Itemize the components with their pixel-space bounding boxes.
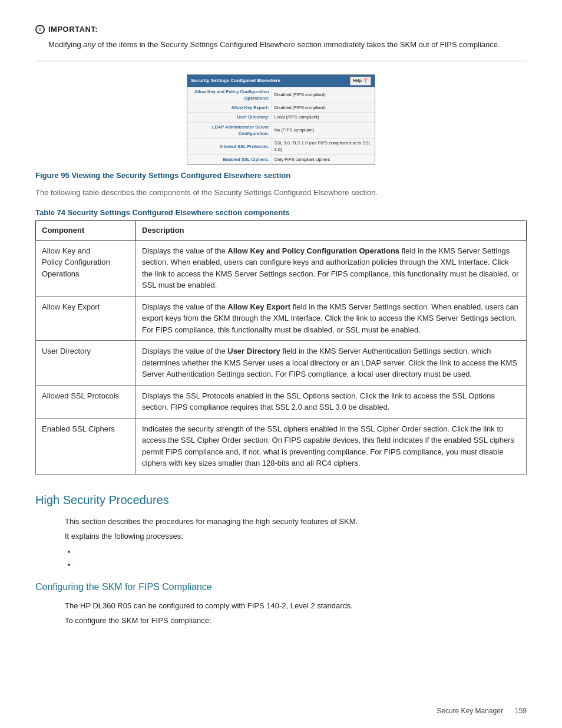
high-security-body: This section describes the procedures fo… (35, 516, 527, 571)
list-item[interactable] (77, 559, 527, 571)
screenshot-cell-value: Disabled (FIPS compliant) (272, 87, 375, 103)
col-description: Description (136, 221, 527, 241)
description-cell: Displays the value of the Allow Key and … (136, 240, 527, 296)
table-heading: Table 74 Security Settings Configured El… (35, 207, 527, 219)
high-security-links (77, 546, 527, 571)
component-cell: Allow Key Export (36, 296, 136, 341)
screenshot-cell-value: SSL 3.0, TLS 1.0 (not FIPS compliant due… (272, 139, 375, 155)
screenshot-cell-label: User Directory: (187, 113, 272, 122)
screenshot-header: Security Settings Configured Elsewhere H… (187, 75, 375, 87)
high-security-intro1: This section describes the procedures fo… (65, 516, 527, 528)
screenshot-cell-label: Allowed SSL Protocols: (187, 139, 272, 155)
screenshot-cell-label: Allow Key Export: (187, 103, 272, 113)
important-header: i IMPORTANT: (35, 24, 527, 35)
screenshot-table: Allow Key and Policy Configuration Opera… (187, 87, 375, 164)
important-text-suffix: of the items in the Security Settings Co… (95, 40, 500, 49)
description-cell: Displays the SSL Protocols enabled in th… (136, 385, 527, 418)
fips-section-body: The HP DL360 R05 can be configured to co… (35, 600, 527, 627)
col-component: Component (36, 221, 136, 241)
screenshot-cell-value: No (FIPS compliant) (272, 122, 375, 139)
important-label: IMPORTANT: (48, 24, 98, 35)
important-text-italic: any (83, 40, 95, 49)
screenshot-row: Allow Key and Policy Configuration Opera… (187, 87, 375, 103)
main-table: Component Description Allow Key andPolic… (35, 220, 527, 475)
screenshot-row: User Directory:Local (FIPS compliant) (187, 113, 375, 122)
important-body: Modifying any of the items in the Securi… (35, 39, 527, 51)
component-cell: Allowed SSL Protocols (36, 385, 136, 418)
fips-section-heading: Configuring the SKM for FIPS Compliance (35, 580, 527, 594)
important-section: i IMPORTANT: Modifying any of the items … (35, 24, 527, 61)
screenshot-help: Help ❓ (350, 77, 371, 85)
figure-caption: Figure 95 Viewing the Security Settings … (35, 170, 527, 182)
list-item[interactable] (77, 546, 527, 558)
important-text-prefix: Modifying (48, 40, 83, 49)
info-icon: i (35, 25, 45, 34)
description-cell: Indicates the security strength of the S… (136, 418, 527, 474)
component-cell: Allow Key andPolicy ConfigurationOperati… (36, 240, 136, 296)
fips-body1: The HP DL360 R05 can be configured to co… (65, 600, 527, 612)
screenshot-cell-label: Allow Key and Policy Configuration Opera… (187, 87, 272, 103)
screenshot-row: Allow Key Export:Disabled (FIPS complian… (187, 103, 375, 113)
table-row: Enabled SSL CiphersIndicates the securit… (36, 418, 527, 474)
figure-description: The following table describes the compon… (35, 187, 527, 199)
high-security-heading: High Security Procedures (35, 491, 527, 509)
screenshot-row: Enabled SSL Ciphers:Only FIPS compliant … (187, 154, 375, 164)
table-row: User DirectoryDisplays the value of the … (36, 341, 527, 386)
screenshot-cell-label: LDAP Administrator Server Configuration: (187, 122, 272, 139)
high-security-intro2: It explains the following processes: (65, 531, 527, 542)
description-cell: Displays the value of the User Directory… (136, 341, 527, 386)
description-cell: Displays the value of the Allow Key Expo… (136, 296, 527, 341)
screenshot-title: Security Settings Configured Elsewhere (191, 77, 280, 84)
component-cell: Enabled SSL Ciphers (36, 418, 136, 474)
screenshot-cell-label: Enabled SSL Ciphers: (187, 154, 272, 164)
screenshot-container: Security Settings Configured Elsewhere H… (35, 74, 527, 165)
table-row: Allow Key andPolicy ConfigurationOperati… (36, 240, 527, 296)
component-cell: User Directory (36, 341, 136, 386)
screenshot-cell-value: Disabled (FIPS compliant) (272, 103, 375, 113)
fips-body2: To configure the SKM for FIPS compliance… (65, 615, 527, 627)
table-row: Allow Key ExportDisplays the value of th… (36, 296, 527, 341)
table-row: Allowed SSL ProtocolsDisplays the SSL Pr… (36, 385, 527, 418)
screenshot-row: Allowed SSL Protocols:SSL 3.0, TLS 1.0 (… (187, 139, 375, 155)
screenshot-box: Security Settings Configured Elsewhere H… (187, 74, 375, 165)
screenshot-row: LDAP Administrator Server Configuration:… (187, 122, 375, 139)
screenshot-cell-value: Only FIPS compliant ciphers (272, 154, 375, 164)
screenshot-cell-value: Local (FIPS compliant) (272, 113, 375, 122)
